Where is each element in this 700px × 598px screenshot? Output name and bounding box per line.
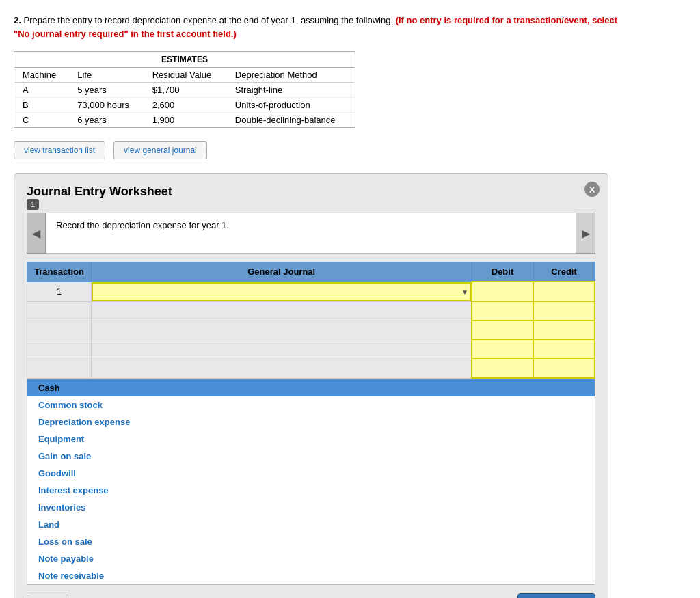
- dropdown-list: CashCommon stockDepreciation expenseEqui…: [27, 379, 595, 584]
- button-row: view transaction list view general journ…: [14, 141, 686, 159]
- done-button[interactable]: done: [27, 595, 68, 599]
- estimates-title: ESTIMATES: [14, 52, 355, 68]
- journal-section: Transaction General Journal Debit Credit…: [27, 262, 595, 585]
- worksheet-title: Journal Entry Worksheet: [27, 185, 172, 198]
- col-life: Life: [69, 68, 144, 83]
- transaction-description: Record the depreciation expense for year…: [46, 213, 576, 254]
- question-text: 2. Prepare the entry to record depreciat…: [14, 14, 629, 40]
- nav-content-row: ◀ Record the depreciation expense for ye…: [27, 213, 595, 254]
- dropdown-item[interactable]: Note receivable: [27, 567, 595, 584]
- view-transaction-list-button[interactable]: view transaction list: [14, 141, 105, 159]
- dropdown-item[interactable]: Equipment: [27, 431, 595, 448]
- dropdown-item[interactable]: Note payable: [27, 550, 595, 567]
- debit-cell-1[interactable]: [472, 282, 533, 301]
- general-journal-cell-3[interactable]: [91, 321, 472, 340]
- general-journal-cell-5[interactable]: [91, 359, 472, 378]
- dropdown-wrapper: ▼: [92, 282, 471, 301]
- general-journal-cell-4[interactable]: [91, 340, 472, 359]
- dropdown-item[interactable]: Interest expense: [27, 482, 595, 499]
- table-row: B73,000 hours2,600Units-of-production: [14, 98, 355, 113]
- transaction-nav-section: 1 ◀ Record the depreciation expense for …: [27, 199, 595, 254]
- credit-cell-4[interactable]: [533, 340, 595, 359]
- transaction-number: 1: [27, 282, 92, 301]
- header-debit: Debit: [472, 262, 533, 282]
- record-entry-button[interactable]: record entry: [517, 593, 595, 598]
- table-row: A5 years$1,700Straight-line: [14, 83, 355, 98]
- dropdown-item[interactable]: Depreciation expense: [27, 413, 595, 431]
- dropdown-item[interactable]: Gain on sale: [27, 448, 595, 465]
- dropdown-item[interactable]: Goodwill: [27, 465, 595, 482]
- debit-cell-4[interactable]: [472, 340, 533, 359]
- credit-cell-3[interactable]: [533, 321, 595, 340]
- transaction-badge: 1: [27, 199, 39, 210]
- table-row: [27, 321, 595, 340]
- general-journal-cell-2[interactable]: [91, 301, 472, 321]
- debit-cell-2[interactable]: [472, 301, 533, 321]
- col-method: Depreciation Method: [227, 68, 355, 83]
- header-general-journal: General Journal: [91, 262, 472, 282]
- debit-cell-5[interactable]: [472, 359, 533, 378]
- dropdown-item[interactable]: Cash: [27, 379, 595, 396]
- nav-left-button[interactable]: ◀: [27, 213, 46, 254]
- table-row: [27, 301, 595, 321]
- dropdown-item[interactable]: Inventories: [27, 499, 595, 516]
- estimates-table: ESTIMATES Machine Life Residual Value De…: [14, 51, 355, 128]
- journal-entry-worksheet: Journal Entry Worksheet X 1 ◀ Record the…: [14, 173, 608, 598]
- journal-table: Transaction General Journal Debit Credit…: [27, 262, 595, 379]
- header-credit: Credit: [533, 262, 595, 282]
- debit-cell-3[interactable]: [472, 321, 533, 340]
- header-transaction: Transaction: [27, 262, 92, 282]
- bottom-row: done *Enter debits before credits record…: [27, 590, 595, 598]
- table-row: C6 years1,900Double-declining-balance: [14, 113, 355, 128]
- nav-right-button[interactable]: ▶: [576, 213, 595, 254]
- view-general-journal-button[interactable]: view general journal: [113, 141, 207, 159]
- col-residual: Residual Value: [144, 68, 227, 83]
- dropdown-list-container: CashCommon stockDepreciation expenseEqui…: [27, 379, 595, 585]
- credit-cell-5[interactable]: [533, 359, 595, 378]
- table-row: [27, 359, 595, 378]
- table-row: 1 ▼: [27, 282, 595, 301]
- table-row: [27, 340, 595, 359]
- general-journal-cell-1: ▼: [91, 282, 472, 301]
- dropdown-item[interactable]: Common stock: [27, 396, 595, 413]
- dropdown-item[interactable]: Loss on sale: [27, 533, 595, 550]
- credit-cell-2[interactable]: [533, 301, 595, 321]
- col-machine: Machine: [14, 68, 69, 83]
- dropdown-item[interactable]: Land: [27, 516, 595, 533]
- close-button[interactable]: X: [584, 182, 600, 197]
- credit-cell-1[interactable]: [533, 282, 595, 301]
- account-dropdown-input[interactable]: [92, 282, 471, 301]
